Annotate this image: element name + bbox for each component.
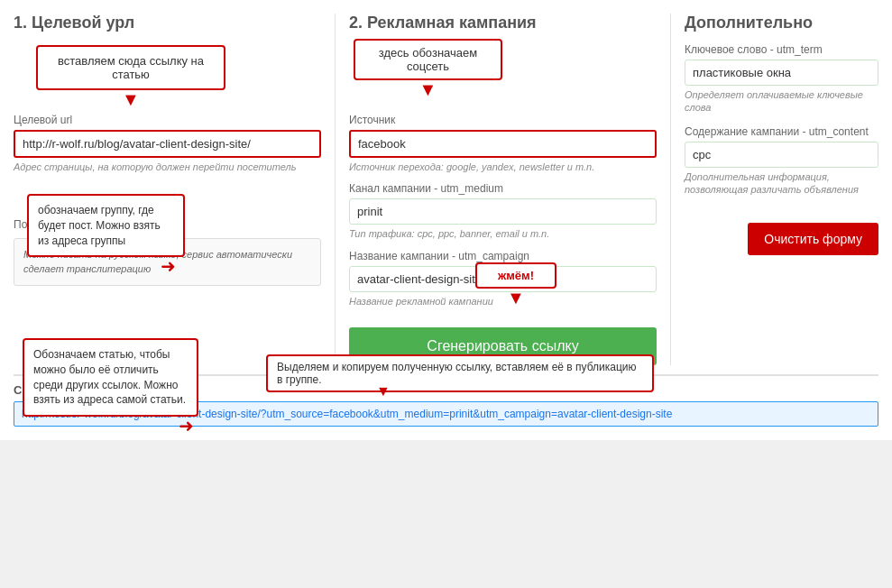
content-input[interactable]	[685, 142, 878, 168]
source-label: Источник	[349, 114, 657, 126]
arrow-down-2: ▼	[354, 80, 502, 98]
medium-label: Канал кампании - utm_medium	[349, 182, 657, 195]
tooltip-insert-link: вставляем сюда ссылку на статью	[36, 45, 225, 90]
keyword-label: Ключевое слово - utm_term	[685, 43, 878, 56]
arrow-down-1: ▼	[36, 90, 225, 108]
arrow-down-5: ▼	[475, 289, 556, 307]
campaign-label: Название кампании - utm_campaign	[349, 250, 657, 262]
section-1-title: 1. Целевой урл	[14, 14, 321, 32]
url-input[interactable]	[14, 130, 321, 158]
section-2: 2. Рекламная кампания здесь обозначаем с…	[336, 14, 671, 365]
section-2-title: 2. Рекламная кампания	[349, 14, 657, 32]
tooltip-copy: Выделяем и копируем полученную ссылку, в…	[266, 354, 654, 392]
tooltip-social: здесь обозначаем соцсеть	[354, 39, 502, 80]
url-hint: Адрес страницы, на которую должен перейт…	[14, 161, 321, 173]
content-label: Содержание кампании - utm_content	[685, 125, 878, 138]
extra-title: Дополнительно	[685, 14, 878, 32]
tooltip-article: Обозначаем статью, чтобы можно было её о…	[23, 338, 198, 417]
arrow-right-4: ➜	[23, 417, 198, 435]
clear-button[interactable]: Очистить форму	[748, 223, 878, 255]
keyword-hint: Определяет оплачиваемые ключевые слова	[685, 88, 878, 115]
arrow-right-3: ➜	[27, 257, 185, 275]
medium-hint: Тип трафика: cpc, ppc, banner, email и т…	[349, 227, 657, 240]
source-input[interactable]	[349, 130, 657, 158]
arrow-down-bottom: ▼	[376, 383, 391, 400]
content-hint: Дополнительная информация, позволяющая р…	[685, 170, 878, 197]
keyword-input[interactable]	[685, 60, 878, 86]
url-label: Целевой url	[14, 114, 321, 126]
source-hint: Источник перехода: google, yandex, newsl…	[349, 161, 657, 173]
section-1: 1. Целевой урл вставляем сюда ссылку на …	[14, 14, 336, 365]
medium-input[interactable]	[349, 198, 657, 225]
tooltip-press: жмём!	[475, 262, 556, 289]
section-extra: Дополнительно Ключевое слово - utm_term …	[671, 14, 878, 365]
tooltip-group: обозначаем группу, где будет пост. Можно…	[27, 194, 185, 257]
